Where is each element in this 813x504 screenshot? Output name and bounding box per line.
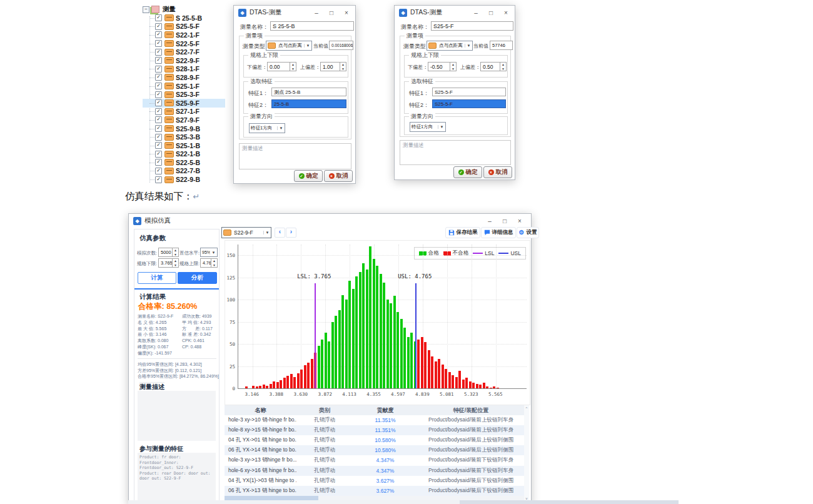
table-row[interactable]: hole-8 xy->15 销-hinge fr bo...孔销浮动11.351… bbox=[225, 425, 524, 435]
measure-type-select[interactable]: 点与点距离▼ bbox=[266, 41, 312, 51]
table-row[interactable]: 06 孔 YX->13 销 hinge to bo...孔销浮动3.627%Pr… bbox=[225, 486, 524, 496]
measure-desc-textarea[interactable]: 测量描述 bbox=[400, 140, 511, 165]
tree-item[interactable]: ✓S22-7-B bbox=[143, 167, 225, 176]
dialog-titlebar[interactable]: ◆ DTAS-测量 – □ × bbox=[234, 6, 355, 19]
tree-item[interactable]: ✓S25-1-F bbox=[143, 82, 225, 91]
table-row[interactable]: 04 孔 YX->01 销 hinge to bo...孔销浮动10.580%P… bbox=[225, 435, 524, 445]
cancel-button[interactable]: × 取消 bbox=[324, 170, 353, 182]
scrollbar-thumb[interactable] bbox=[460, 500, 679, 504]
checkbox-checked[interactable]: ✓ bbox=[155, 83, 162, 89]
minimize-icon[interactable]: – bbox=[309, 6, 324, 19]
checkbox-checked[interactable]: ✓ bbox=[155, 23, 162, 30]
calculate-button[interactable]: 计算 bbox=[138, 272, 176, 284]
feature2-input[interactable]: 25-5-B bbox=[271, 99, 346, 108]
minimize-icon[interactable]: – bbox=[468, 6, 483, 19]
analyze-button[interactable]: 分析 bbox=[178, 272, 217, 284]
checkbox-checked[interactable]: ✓ bbox=[155, 159, 162, 166]
checkbox-checked[interactable]: ✓ bbox=[155, 116, 162, 123]
tree-item[interactable]: ✓S25-5-F bbox=[143, 23, 225, 31]
feature2-input[interactable]: S25-5-F bbox=[432, 99, 506, 108]
sim-count-spinner[interactable]: 5000▲▼ bbox=[158, 248, 179, 257]
close-icon[interactable]: × bbox=[339, 6, 354, 19]
maximize-icon[interactable]: □ bbox=[483, 6, 498, 19]
details-button[interactable]: 详细信息 bbox=[481, 227, 516, 238]
ok-button[interactable]: ✓ 确定 bbox=[294, 170, 323, 182]
table-row[interactable]: 06 孔 YX->14 销 hinge to bo...孔销浮动10.580%P… bbox=[225, 445, 524, 455]
spec-lower-spinner[interactable]: 3.765▲▼ bbox=[158, 258, 179, 268]
tree-item[interactable]: ✓S28-9-F bbox=[143, 73, 225, 82]
tree-item[interactable]: ✓S22-1-F bbox=[143, 31, 225, 39]
checkbox-checked[interactable]: ✓ bbox=[155, 108, 162, 115]
checkbox-checked[interactable]: ✓ bbox=[155, 14, 162, 21]
measure-picker-select[interactable]: S22-9-F▼ bbox=[221, 227, 271, 238]
confidence-select[interactable]: 95%▼ bbox=[200, 248, 218, 257]
checkbox-checked[interactable]: ✓ bbox=[155, 57, 162, 64]
tree-item[interactable]: ✓S22-1-B bbox=[143, 150, 225, 159]
tree-collapse-icon[interactable]: − bbox=[143, 6, 149, 13]
column-header[interactable]: 特征/装配位置 bbox=[418, 406, 524, 415]
tree-item[interactable]: ✓S27-1-F bbox=[143, 108, 225, 116]
column-header[interactable]: 贡献度 bbox=[353, 406, 418, 415]
feature1-input[interactable]: 测点 25-5-B bbox=[271, 88, 346, 96]
upper-dev-spinner[interactable]: 1.00▲▼ bbox=[320, 62, 346, 71]
close-icon[interactable]: × bbox=[498, 6, 513, 19]
direction-select[interactable]: 特征1方向▼ bbox=[410, 122, 446, 132]
table-row[interactable]: 04 孔 YX(1)->03 销 hinge to ...孔销浮动3.627%P… bbox=[225, 476, 524, 486]
feature1-input[interactable]: S25-5-F bbox=[432, 88, 506, 96]
tree-item[interactable]: ✓S25-3-B bbox=[143, 133, 225, 141]
settings-button[interactable]: ⚙ 设置 bbox=[517, 227, 539, 238]
checkbox-checked[interactable]: ✓ bbox=[155, 99, 162, 106]
sim-titlebar[interactable]: ◆ 模拟仿真 – □ × bbox=[129, 214, 531, 228]
tree-item[interactable]: ✓S25-1-B bbox=[143, 141, 225, 150]
checkbox-checked[interactable]: ✓ bbox=[155, 40, 162, 47]
column-header[interactable]: 类别 bbox=[296, 406, 353, 415]
maximize-icon[interactable]: □ bbox=[324, 6, 339, 19]
upper-dev-spinner[interactable]: 0.50▲▼ bbox=[480, 62, 507, 71]
next-measure-button[interactable]: › bbox=[286, 228, 296, 238]
tree-item[interactable]: ✓S28-1-F bbox=[143, 65, 225, 74]
checkbox-checked[interactable]: ✓ bbox=[155, 168, 162, 174]
measure-name-input[interactable]: S 25-5-B bbox=[270, 21, 354, 31]
measure-type-select[interactable]: 点与点距离▼ bbox=[427, 41, 473, 51]
tree-item[interactable]: ✓S25-9-F bbox=[143, 99, 225, 108]
table-vertical-scrollbar[interactable]: ^ v bbox=[524, 405, 529, 501]
page-horizontal-scrollbar[interactable] bbox=[128, 500, 679, 504]
checkbox-checked[interactable]: ✓ bbox=[155, 134, 162, 141]
spec-upper-spinner[interactable]: 4.765▲▼ bbox=[200, 258, 218, 268]
checkbox-checked[interactable]: ✓ bbox=[155, 176, 162, 183]
tree-item[interactable]: ✓S22-9-B bbox=[143, 175, 225, 184]
tree-root[interactable]: − 测量 bbox=[143, 5, 225, 14]
checkbox-checked[interactable]: ✓ bbox=[155, 49, 162, 56]
dialog-titlebar[interactable]: ◆ DTAS-测量 – □ × bbox=[395, 6, 515, 19]
checkbox-checked[interactable]: ✓ bbox=[155, 31, 162, 38]
measure-name-input[interactable]: S25-5-F bbox=[431, 21, 513, 31]
lower-dev-spinner[interactable]: 0.00▲▼ bbox=[267, 62, 296, 71]
checkbox-checked[interactable]: ✓ bbox=[155, 142, 162, 149]
ok-button[interactable]: ✓ 确定 bbox=[453, 166, 482, 178]
save-results-button[interactable]: 保存结果 bbox=[445, 227, 480, 238]
column-header[interactable]: 名称 bbox=[225, 406, 296, 415]
minimize-icon[interactable]: – bbox=[482, 214, 497, 228]
measure-desc-textarea[interactable]: 测量描述 bbox=[239, 143, 351, 169]
cancel-button[interactable]: × 取消 bbox=[483, 166, 512, 178]
checkbox-checked[interactable]: ✓ bbox=[155, 74, 162, 81]
table-row[interactable]: hole-3 xy->10 销-hinge fr bo...孔销浮动11.351… bbox=[225, 415, 524, 425]
tree-item[interactable]: ✓S25-9-B bbox=[143, 124, 225, 133]
close-icon[interactable]: × bbox=[512, 214, 527, 228]
tree-item[interactable]: ✓S22-9-F bbox=[143, 56, 225, 65]
checkbox-checked[interactable]: ✓ bbox=[155, 91, 162, 98]
prev-measure-button[interactable]: ‹ bbox=[275, 228, 285, 238]
table-row[interactable]: hole-3 xy->13 销hinge fr bo...孔销浮动4.347%P… bbox=[225, 455, 524, 465]
checkbox-checked[interactable]: ✓ bbox=[155, 125, 162, 132]
tree-item[interactable]: ✓S27-9-F bbox=[143, 116, 225, 124]
lower-dev-spinner[interactable]: -0.50▲▼ bbox=[428, 62, 457, 71]
scroll-up-icon[interactable]: ^ bbox=[524, 406, 529, 410]
direction-select[interactable]: 特征1方向▼ bbox=[249, 123, 285, 133]
tree-item[interactable]: ✓S22-5-B bbox=[143, 158, 225, 167]
checkbox-checked[interactable]: ✓ bbox=[155, 66, 162, 73]
maximize-icon[interactable]: □ bbox=[497, 214, 512, 228]
table-row[interactable]: hole-6 xy->16 销 hinge fr bo...孔销浮动4.347%… bbox=[225, 466, 524, 476]
tree-item[interactable]: ✓S22-5-F bbox=[143, 39, 225, 48]
tree-item[interactable]: ✓S 25-5-B bbox=[143, 14, 225, 23]
checkbox-checked[interactable]: ✓ bbox=[155, 151, 162, 158]
